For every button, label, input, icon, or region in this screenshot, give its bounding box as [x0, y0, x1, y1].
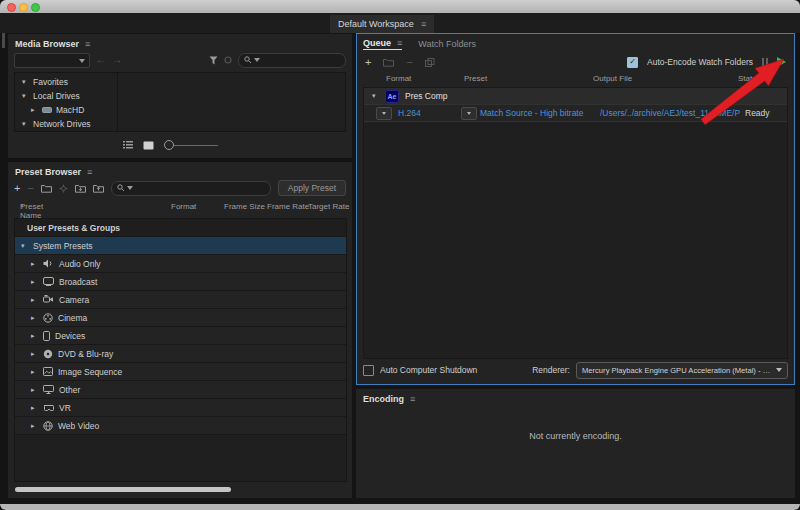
chevron-right-icon[interactable]: ▸: [31, 278, 38, 286]
chevron-right-icon[interactable]: ▸: [31, 404, 38, 412]
panel-menu-icon[interactable]: ≡: [85, 40, 90, 49]
duplicate-icon[interactable]: [425, 58, 435, 67]
ingest-toggle-icon[interactable]: [224, 56, 232, 64]
chevron-down-icon: [254, 58, 260, 62]
panel-menu-icon[interactable]: ≡: [397, 39, 402, 48]
preset-category-cinema[interactable]: ▸ Cinema: [15, 309, 346, 327]
preset-category-web-video[interactable]: ▸ Web Video: [15, 417, 346, 435]
media-browser-content: ▾ Favorites ▾ Local Drives ▸ MacHD ▾ Net…: [14, 72, 346, 132]
filter-icon[interactable]: [209, 56, 218, 65]
sort-ascending-icon: ↑: [20, 202, 24, 211]
media-browser-panel: Media Browser ≡ ← → ▾ Favor: [8, 34, 352, 158]
preset-category-camera[interactable]: ▸ Camera: [15, 291, 346, 309]
chevron-right-icon[interactable]: ▸: [31, 368, 38, 376]
preset-category-audio-only[interactable]: ▸ Audio Only: [15, 255, 346, 273]
remove-source-button[interactable]: −: [406, 57, 412, 68]
preset-category-image-sequence[interactable]: ▸ Image Sequence: [15, 363, 346, 381]
tab-default-workspace[interactable]: Default Workspace ≡: [330, 15, 434, 33]
horizontal-scrollbar[interactable]: [15, 487, 231, 492]
renderer-dropdown[interactable]: Mercury Playback Engine GPU Acceleration…: [576, 362, 788, 379]
preset-category-other[interactable]: ▸ Other: [15, 381, 346, 399]
job-preset-link[interactable]: Match Source - High bitrate: [480, 108, 583, 118]
chevron-right-icon[interactable]: ▸: [31, 332, 38, 340]
chevron-down-icon[interactable]: ▾: [21, 242, 28, 250]
back-arrow-icon[interactable]: ←: [96, 55, 106, 65]
column-output-file: Output File: [593, 74, 632, 83]
job-output-row[interactable]: H.264 Match Source - High bitrate /Users…: [364, 105, 787, 122]
chevron-right-icon[interactable]: ▸: [31, 296, 38, 304]
auto-shutdown-checkbox[interactable]: [363, 365, 374, 376]
tree-item-favorites[interactable]: ▾ Favorites: [15, 75, 115, 89]
export-preset-icon[interactable]: [93, 184, 104, 193]
thumbnail-size-slider[interactable]: [164, 140, 218, 150]
preset-category-devices[interactable]: ▸ Devices: [15, 327, 346, 345]
new-preset-group-icon[interactable]: [41, 184, 52, 193]
add-preset-button[interactable]: +: [14, 183, 20, 194]
format-dropdown[interactable]: [376, 107, 392, 120]
column-frame-size[interactable]: Frame Size: [224, 202, 265, 211]
column-format[interactable]: Format: [171, 202, 196, 211]
preset-category-label: DVD & Blu-ray: [58, 349, 113, 359]
job-format-link[interactable]: H.264: [398, 108, 421, 118]
add-output-icon[interactable]: [383, 58, 394, 67]
queue-column-headers: Format Preset Output File Status: [357, 74, 794, 85]
column-format: Format: [386, 74, 411, 83]
pause-queue-icon[interactable]: [762, 58, 768, 66]
chevron-right-icon[interactable]: ▸: [31, 386, 38, 394]
preset-category-label: Other: [59, 385, 80, 395]
media-source-dropdown[interactable]: [14, 53, 90, 68]
panel-menu-icon[interactable]: ≡: [410, 395, 415, 404]
column-frame-rate[interactable]: Frame Rate: [267, 202, 309, 211]
job-output-file-link[interactable]: /Users/../archive/AEJ/test_11_AME/Pres C…: [600, 108, 740, 118]
forward-arrow-icon[interactable]: →: [112, 55, 122, 65]
chevron-right-icon[interactable]: ▸: [31, 350, 38, 358]
close-window-button[interactable]: [7, 3, 16, 12]
start-queue-play-icon[interactable]: [777, 57, 786, 67]
remove-preset-button[interactable]: −: [27, 183, 33, 194]
disc-icon: [43, 349, 53, 359]
preset-settings-icon[interactable]: [59, 184, 68, 193]
renderer-value: Mercury Playback Engine GPU Acceleration…: [582, 366, 772, 375]
chevron-down-icon[interactable]: ▾: [22, 120, 29, 128]
job-group-row[interactable]: ▾ Ae Pres Comp: [364, 88, 787, 105]
import-preset-icon[interactable]: [75, 184, 86, 193]
minimize-window-button[interactable]: [19, 3, 28, 12]
tree-item-local-drives[interactable]: ▾ Local Drives: [15, 89, 115, 103]
chevron-right-icon[interactable]: ▸: [31, 314, 38, 322]
preset-group-system[interactable]: ▾ System Presets: [15, 237, 346, 255]
preset-group-user[interactable]: User Presets & Groups: [15, 219, 346, 237]
chevron-right-icon[interactable]: ▸: [31, 106, 38, 114]
chevron-down-icon[interactable]: ▾: [22, 78, 29, 86]
chevron-right-icon[interactable]: ▸: [31, 260, 38, 268]
list-view-icon[interactable]: [123, 141, 133, 149]
preset-category-label: Web Video: [58, 421, 99, 431]
panel-menu-icon[interactable]: ≡: [421, 20, 426, 29]
preset-dropdown[interactable]: [461, 107, 477, 120]
thumbnail-view-icon[interactable]: [143, 141, 154, 150]
chevron-down-icon[interactable]: ▾: [372, 92, 379, 100]
panel-menu-icon[interactable]: ≡: [87, 168, 92, 177]
column-target-rate[interactable]: Target Rate: [308, 202, 349, 211]
add-source-button[interactable]: +: [365, 57, 371, 68]
vr-goggles-icon: [43, 404, 54, 412]
tab-watch-folders[interactable]: Watch Folders: [418, 39, 476, 49]
apply-preset-button[interactable]: Apply Preset: [278, 180, 346, 196]
tree-label: Favorites: [33, 77, 68, 87]
preset-category-broadcast[interactable]: ▸ Broadcast: [15, 273, 346, 291]
tree-item-machd[interactable]: ▸ MacHD: [15, 103, 115, 117]
auto-encode-checkbox[interactable]: ✓: [627, 57, 638, 68]
preset-search-input[interactable]: [111, 181, 271, 196]
media-search-input[interactable]: [238, 53, 346, 68]
tab-queue[interactable]: Queue ≡: [363, 38, 402, 50]
slider-knob[interactable]: [164, 140, 174, 150]
smartphone-icon: [43, 331, 50, 341]
chevron-down-icon[interactable]: ▾: [22, 92, 29, 100]
preset-category-dvd-bluray[interactable]: ▸ DVD & Blu-ray: [15, 345, 346, 363]
preset-category-vr[interactable]: ▸ VR: [15, 399, 346, 417]
preset-category-label: Devices: [55, 331, 85, 341]
workspace-tab-bar: Default Workspace ≡: [0, 13, 800, 33]
preset-category-label: Camera: [59, 295, 89, 305]
chevron-right-icon[interactable]: ▸: [31, 422, 38, 430]
zoom-window-button[interactable]: [31, 3, 40, 12]
tree-item-network-drives[interactable]: ▾ Network Drives: [15, 117, 115, 131]
